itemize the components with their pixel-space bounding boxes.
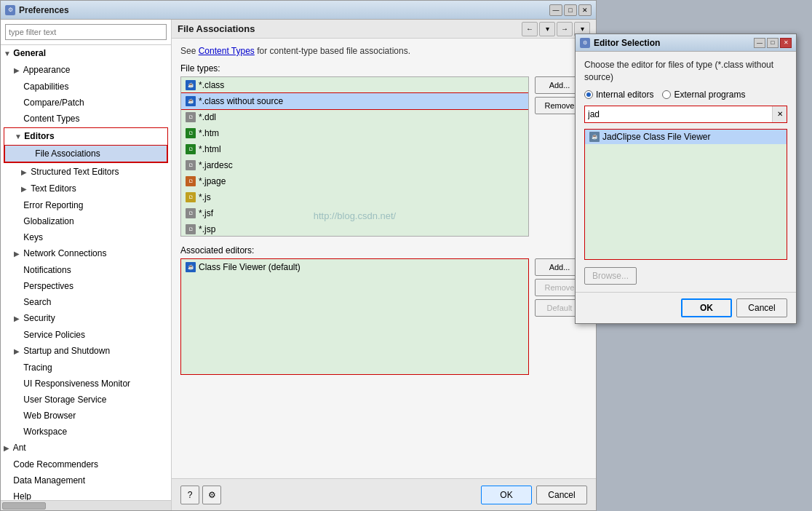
list-item[interactable]: 🗋 *.jardesc xyxy=(181,157,528,173)
sidebar-item-compare-patch[interactable]: Compare/Patch xyxy=(1,95,171,111)
panel-toolbar: File Associations ← ▾ → ▾ xyxy=(172,20,596,39)
external-programs-radio[interactable]: External programs xyxy=(662,90,745,100)
maximize-button[interactable]: □ xyxy=(564,4,577,16)
sidebar-item-file-associations[interactable]: File Associations xyxy=(4,145,167,162)
assoc-editors-list[interactable]: ☕ Class File Viewer (default) xyxy=(180,258,529,375)
sidebar-item-capabilities[interactable]: Capabilities xyxy=(1,79,171,95)
assoc-editor-name: Class File Viewer (default) xyxy=(199,261,300,274)
dialog-ok-cancel: OK Cancel xyxy=(576,292,796,323)
sidebar-item-help[interactable]: Help xyxy=(1,488,171,500)
sidebar-item-perspectives[interactable]: Perspectives xyxy=(1,278,171,294)
sidebar-item-editors[interactable]: ▼ Editors xyxy=(4,128,167,145)
sidebar-item-error-reporting[interactable]: Error Reporting xyxy=(1,197,171,213)
internal-radio-dot xyxy=(584,90,593,99)
dialog-body: Choose the editor for files of type (*.c… xyxy=(576,52,796,292)
list-item[interactable]: 🗋 *.js xyxy=(181,189,528,205)
settings-button[interactable]: ⚙ xyxy=(202,486,221,504)
radio-options: Internal editors External programs xyxy=(584,90,787,100)
sidebar-item-network-connections[interactable]: ▶ Network Connections xyxy=(1,245,171,262)
list-item[interactable]: 🗋 *.jsp xyxy=(181,221,528,237)
sidebar-item-workspace[interactable]: Workspace xyxy=(1,424,171,440)
sidebar-item-ui-responsiveness[interactable]: UI Responsiveness Monitor xyxy=(1,376,171,392)
internal-editors-radio[interactable]: Internal editors xyxy=(584,90,653,100)
minimize-button[interactable]: — xyxy=(549,4,562,16)
expand-icon: ▶ xyxy=(14,312,21,325)
sidebar-item-search[interactable]: Search xyxy=(1,294,171,310)
dialog-maximize-button[interactable]: □ xyxy=(767,38,779,48)
assoc-list-container: ☕ Class File Viewer (default) xyxy=(180,258,529,375)
sidebar-item-appearance[interactable]: ▶ Appearance xyxy=(1,62,171,79)
sidebar-item-globalization[interactable]: Globalization xyxy=(1,213,171,229)
sidebar-item-structured-text-editors[interactable]: ▶ Structured Text Editors xyxy=(1,164,171,181)
sidebar-item-code-recommenders[interactable]: Code Recommenders xyxy=(1,456,171,472)
back-button[interactable]: ← xyxy=(522,22,538,36)
dialog-minimize-button[interactable]: — xyxy=(754,38,765,48)
editor-list-item[interactable]: ☕ JadClipse Class File Viewer xyxy=(585,130,787,144)
toolbar-dropdown[interactable]: ▾ xyxy=(539,22,555,36)
search-row: ✕ xyxy=(584,106,787,123)
help-button[interactable]: ? xyxy=(180,486,199,504)
forward-button[interactable]: → xyxy=(557,22,573,36)
preferences-title: Preferences xyxy=(19,5,549,15)
file-type-icon: ☕ xyxy=(186,96,196,106)
sidebar-item-notifications[interactable]: Notifications xyxy=(1,262,171,278)
sidebar-item-text-editors[interactable]: ▶ Text Editors xyxy=(1,181,171,197)
sidebar-item-content-types[interactable]: Content Types xyxy=(1,111,171,127)
list-item[interactable]: 🗋 *.jsf xyxy=(181,205,528,221)
editors-group-box: ▼ Editors File Associations xyxy=(4,127,168,163)
editor-search-input[interactable] xyxy=(585,106,772,122)
sidebar-item-ant[interactable]: ▶ Ant xyxy=(1,440,171,456)
assoc-editors-label: Associated editors: xyxy=(180,245,587,256)
expand-icon: ▼ xyxy=(15,130,22,143)
expand-icon: ▶ xyxy=(14,345,21,358)
search-clear-button[interactable]: ✕ xyxy=(772,106,787,122)
file-types-list-container: ☕ *.class ☕ *.class without source 🗋 *.d… xyxy=(180,76,529,237)
cancel-button[interactable]: Cancel xyxy=(536,486,587,504)
sidebar-item-security[interactable]: ▶ Security xyxy=(1,310,171,327)
list-item[interactable]: 🗋 *.htm xyxy=(181,125,528,141)
sidebar-item-web-browser[interactable]: Web Browser xyxy=(1,408,171,424)
dialog-icon: ⚙ xyxy=(580,38,590,48)
filter-input[interactable] xyxy=(5,24,167,40)
sidebar: ▼ General ▶ Appearance Capabilities Comp… xyxy=(1,20,172,510)
help-buttons: ? ⚙ xyxy=(180,486,221,504)
file-types-list[interactable]: ☕ *.class ☕ *.class without source 🗋 *.d… xyxy=(180,76,529,237)
ok-button[interactable]: OK xyxy=(481,486,532,504)
sidebar-item-tracing[interactable]: Tracing xyxy=(1,360,171,376)
content-types-link[interactable]: Content Types xyxy=(199,46,255,56)
close-button[interactable]: ✕ xyxy=(578,4,592,16)
editor-list[interactable]: ☕ JadClipse Class File Viewer xyxy=(584,129,787,260)
list-item[interactable]: 🗋 *.jpage xyxy=(181,173,528,189)
sidebar-item-keys[interactable]: Keys xyxy=(1,229,171,245)
file-type-name: *.js xyxy=(199,191,211,204)
dialog-action-row: Browse... xyxy=(584,267,787,285)
sidebar-item-service-policies[interactable]: Service Policies xyxy=(1,327,171,343)
scrollbar-thumb[interactable] xyxy=(2,502,46,510)
sidebar-item-startup-shutdown[interactable]: ▶ Startup and Shutdown xyxy=(1,343,171,360)
tree-scroll-area[interactable]: ▼ General ▶ Appearance Capabilities Comp… xyxy=(1,45,171,500)
dialog-ok-button[interactable]: OK xyxy=(681,298,732,317)
file-type-name: *.ddl xyxy=(199,111,216,124)
file-types-label: File types: xyxy=(180,63,587,74)
sidebar-hscrollbar[interactable] xyxy=(1,500,171,510)
expand-icon: ▼ xyxy=(4,47,11,60)
dialog-cancel-button[interactable]: Cancel xyxy=(736,298,787,317)
list-item[interactable]: 🗋 *.ddl xyxy=(181,109,528,125)
sidebar-item-data-management[interactable]: Data Management xyxy=(1,472,171,488)
list-item[interactable]: 🗋 *.html xyxy=(181,141,528,157)
file-type-icon: 🗋 xyxy=(186,192,196,202)
file-type-name: *.jardesc xyxy=(199,159,233,172)
list-item[interactable]: ☕ *.class xyxy=(181,77,528,93)
browse-button[interactable]: Browse... xyxy=(584,267,637,285)
file-type-icon: 🗋 xyxy=(186,112,196,122)
dialog-description: Choose the editor for files of type (*.c… xyxy=(584,59,787,84)
description: See Content Types for content-type based… xyxy=(180,46,587,56)
sidebar-item-general[interactable]: ▼ General xyxy=(1,45,171,62)
assoc-editors-section: ☕ Class File Viewer (default) Add... Rem… xyxy=(180,258,587,375)
assoc-editor-icon: ☕ xyxy=(186,262,196,272)
assoc-editor-item[interactable]: ☕ Class File Viewer (default) xyxy=(181,259,528,275)
sidebar-item-user-storage[interactable]: User Storage Service xyxy=(1,392,171,408)
expand-icon: ▶ xyxy=(21,166,28,179)
list-item-selected[interactable]: ☕ *.class without source xyxy=(181,93,528,109)
dialog-close-button[interactable]: ✕ xyxy=(780,38,792,48)
